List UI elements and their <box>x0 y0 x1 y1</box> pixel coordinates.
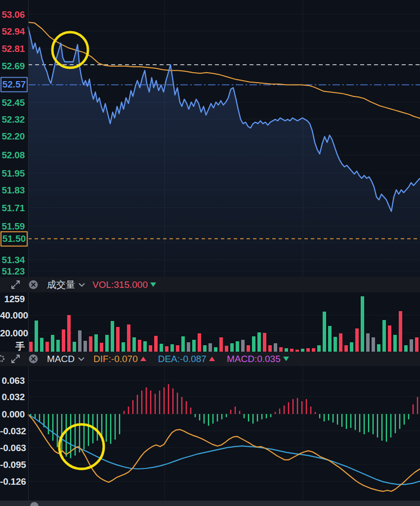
volume-bar <box>209 343 212 352</box>
volume-axis-label: 20.000 <box>0 328 25 338</box>
volume-bar <box>334 337 337 352</box>
volume-bar <box>73 342 76 352</box>
trading-chart-app: 52.57 51.50 成交量 VOL:315.000 <box>0 0 420 506</box>
price-axis-label: 52.69 <box>0 61 25 71</box>
price-axis-label: 52.81 <box>0 44 25 53</box>
volume-bar <box>404 345 408 352</box>
volume-bar <box>306 348 310 352</box>
bottom-pane-header-partial <box>0 501 420 506</box>
volume-bar <box>192 340 196 352</box>
volume-bar <box>377 344 380 352</box>
price-axis-label: 51.83 <box>0 185 25 195</box>
volume-bar <box>105 335 109 352</box>
volume-bar <box>45 342 49 352</box>
volume-bar <box>165 346 168 352</box>
price-axis-label: 52.45 <box>0 98 25 107</box>
volume-bar <box>361 296 364 352</box>
volume-indicator-selector[interactable]: 成交量 <box>47 278 85 291</box>
volume-bar <box>355 328 359 352</box>
volume-bar <box>154 336 158 352</box>
close-icon[interactable] <box>28 279 39 290</box>
chevron-down-icon <box>79 283 85 287</box>
volume-bar <box>78 330 82 352</box>
volume-bar <box>372 337 375 352</box>
volume-bar <box>84 341 87 352</box>
price-axis-label: 52.20 <box>0 132 25 141</box>
price-axis-label: 52.94 <box>0 27 25 36</box>
volume-bar <box>263 333 266 352</box>
down-triangle-icon <box>283 357 289 361</box>
volume-bar <box>317 345 321 352</box>
volume-bar <box>35 321 38 352</box>
volume-bar <box>132 337 136 352</box>
volume-axis-label: 40.000 <box>0 311 25 320</box>
volume-bar <box>366 333 370 352</box>
volume-bar <box>219 337 223 352</box>
volume-bar <box>350 342 353 352</box>
current-price-tag: 52.57 <box>0 77 28 92</box>
volume-bar <box>62 329 65 352</box>
macd-axis-label: 0.000 <box>0 410 25 419</box>
volume-bar <box>285 348 288 352</box>
expand-icon[interactable] <box>10 354 21 365</box>
volume-bar <box>51 335 54 352</box>
dea-value: DEA:-0.087 <box>158 354 215 365</box>
volume-bar <box>279 347 283 352</box>
up-triangle-icon <box>140 357 146 361</box>
price-axis-label: 52.08 <box>0 150 25 160</box>
volume-axis-label: 1259 <box>0 294 25 304</box>
volume-title: 成交量 <box>47 278 75 291</box>
volume-pane-header: 成交量 VOL:315.000 <box>0 277 420 292</box>
price-axis-label: 51.95 <box>0 169 25 178</box>
gear-icon[interactable] <box>0 354 5 366</box>
volume-bar <box>225 346 228 352</box>
volume-bar <box>410 339 413 352</box>
volume-bar <box>339 333 342 352</box>
volume-bar <box>138 340 141 352</box>
close-icon[interactable] <box>30 502 39 506</box>
volume-bar <box>230 343 234 352</box>
volume-bar <box>241 340 245 352</box>
volume-chart[interactable] <box>0 292 420 352</box>
volume-bar <box>388 325 391 352</box>
volume-bar <box>170 344 174 352</box>
chevron-down-icon <box>78 357 84 362</box>
volume-bar <box>89 336 92 352</box>
volume-bar <box>323 312 326 352</box>
volume-bar <box>268 345 272 352</box>
volume-bar <box>116 327 120 352</box>
volume-bar <box>382 320 386 352</box>
volume-bar <box>415 337 419 352</box>
volume-bar <box>344 345 348 352</box>
volume-bar <box>122 342 125 352</box>
volume-bar <box>328 326 332 352</box>
macd-chart[interactable] <box>0 366 420 501</box>
macd-pane-header: MACD DIF:-0.070 DEA:-0.087 MACD:0.035 <box>0 352 420 366</box>
macd-axis-label: -0.126 <box>0 477 25 486</box>
volume-bar <box>94 334 98 352</box>
close-icon[interactable] <box>28 354 39 365</box>
price-axis-label: 51.23 <box>0 267 25 276</box>
volume-bar <box>29 342 33 352</box>
volume-bar <box>312 348 315 352</box>
volume-bar <box>160 344 163 352</box>
volume-axis-label: 手 <box>0 342 25 351</box>
macd-indicator-selector[interactable]: MACD <box>47 354 84 365</box>
macd-value: MACD:0.035 <box>227 354 289 365</box>
volume-bar <box>203 345 207 352</box>
price-chart[interactable] <box>0 0 420 277</box>
macd-axis-label: -0.032 <box>0 426 25 436</box>
price-axis-label: 52.32 <box>0 115 25 124</box>
macd-axis-label: 0.063 <box>0 376 25 385</box>
expand-icon[interactable] <box>10 279 21 290</box>
volume-bar <box>393 335 397 352</box>
axis-separator <box>28 0 29 501</box>
volume-bar <box>111 321 114 352</box>
volume-bar <box>399 311 402 352</box>
volume-bar <box>127 324 130 352</box>
volume-bar <box>257 332 261 352</box>
macd-axis-label: -0.095 <box>0 460 25 469</box>
volume-bar <box>187 342 190 352</box>
volume-bar <box>143 341 147 352</box>
volume-bar <box>247 345 250 352</box>
